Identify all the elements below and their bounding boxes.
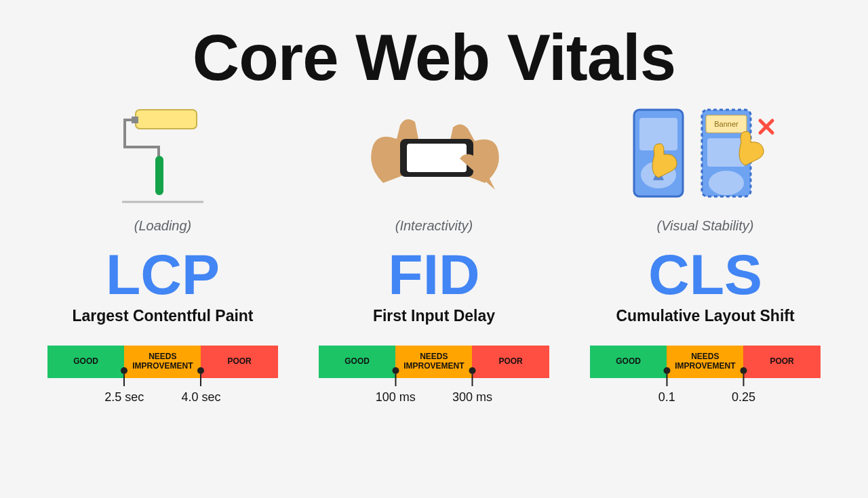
metric-name: Cumulative Layout Shift (590, 307, 821, 325)
metrics-row: (Loading) LCP Largest Contentful Paint G… (0, 102, 868, 419)
metric-aspect: (Loading) (47, 218, 278, 234)
seg-good: GOOD (319, 346, 395, 378)
metric-card-lcp: (Loading) LCP Largest Contentful Paint G… (47, 102, 278, 419)
threshold-1: 2.5 sec (104, 374, 144, 404)
threshold-markers: 2.5 sec 4.0 sec (47, 378, 278, 419)
metric-abbr: CLS (590, 246, 821, 303)
threshold-markers: 100 ms 300 ms (319, 378, 549, 419)
threshold-markers: 0.1 0.25 (590, 378, 821, 419)
metric-aspect: (Interactivity) (319, 218, 549, 234)
svg-rect-5 (407, 144, 467, 172)
metric-name: First Input Delay (319, 307, 549, 325)
banner-label: Banner (714, 120, 738, 128)
paint-roller-icon (47, 102, 278, 203)
metric-aspect: (Visual Stability) (590, 218, 821, 234)
seg-good: GOOD (590, 346, 667, 378)
seg-poor: POOR (743, 346, 820, 378)
seg-needs: NEEDS IMPROVEMENT (395, 346, 472, 378)
metric-card-fid: (Interactivity) FID First Input Delay GO… (319, 102, 549, 419)
threshold-bar: GOOD NEEDS IMPROVEMENT POOR (47, 346, 278, 378)
threshold-bar: GOOD NEEDS IMPROVEMENT POOR (590, 346, 821, 378)
threshold-2: 4.0 sec (181, 374, 220, 404)
layout-shift-icon: Banner (590, 102, 821, 203)
threshold-bar: GOOD NEEDS IMPROVEMENT POOR (319, 346, 549, 378)
seg-poor: POOR (472, 346, 549, 378)
phone-tap-icon (319, 102, 549, 203)
seg-needs: NEEDS IMPROVEMENT (124, 346, 201, 378)
seg-needs: NEEDS IMPROVEMENT (667, 346, 743, 378)
seg-poor: POOR (201, 346, 277, 378)
svg-rect-0 (136, 110, 197, 129)
threshold-1: 0.1 (658, 374, 675, 404)
metric-name: Largest Contentful Paint (47, 307, 278, 325)
metric-abbr: FID (319, 246, 549, 303)
svg-point-12 (709, 171, 744, 195)
svg-rect-2 (155, 156, 163, 195)
metric-card-cls: Banner (Visual Stability) CLS Cumulative… (590, 102, 821, 419)
page-title: Core Web Vitals (0, 20, 868, 95)
metric-abbr: LCP (47, 246, 278, 303)
threshold-2: 300 ms (452, 374, 492, 404)
seg-good: GOOD (47, 346, 124, 378)
threshold-2: 0.25 (732, 374, 755, 404)
threshold-1: 100 ms (376, 374, 416, 404)
